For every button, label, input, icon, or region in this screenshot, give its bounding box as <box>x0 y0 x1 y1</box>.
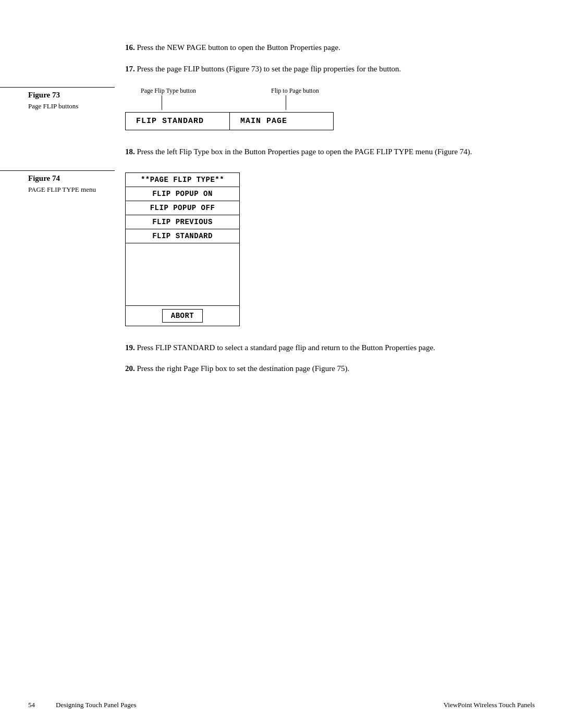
step-17-row: 17. Press the page FLIP buttons (Figure … <box>0 63 563 75</box>
callout-right-line <box>286 95 286 110</box>
step-17-text: 17. Press the page FLIP buttons (Figure … <box>125 63 521 75</box>
figure-73-right: Page Flip Type button Flip to Page butto… <box>115 87 563 130</box>
menu-item-flip-previous[interactable]: FLIP PREVIOUS <box>126 215 239 229</box>
figure-73-caption: Page FLIP buttons <box>28 102 78 110</box>
step-18-text: 18. Press the left Flip Type box in the … <box>125 146 521 158</box>
step-19-body: Press FLIP STANDARD to select a standard… <box>137 343 435 352</box>
step-16-row: 16. Press the NEW PAGE button to open th… <box>0 42 563 54</box>
menu-item-flip-popup-off[interactable]: FLIP POPUP OFF <box>126 201 239 215</box>
step-19-number: 19. <box>125 343 135 352</box>
footer-left: 54 Designing Touch Panel Pages <box>28 701 136 709</box>
figure-74-right: **PAGE FLIP TYPE** FLIP POPUP ON FLIP PO… <box>115 170 563 326</box>
step-20-number: 20. <box>125 364 135 373</box>
step-19-row: 19. Press FLIP STANDARD to select a stan… <box>0 342 563 354</box>
menu-spacer <box>126 243 239 306</box>
step-18-right: 18. Press the left Flip Type box in the … <box>115 146 563 158</box>
step-20-left <box>0 363 115 375</box>
step-19-right: 19. Press FLIP STANDARD to select a stan… <box>115 342 563 354</box>
figure-74-caption: PAGE FLIP TYPE menu <box>28 186 96 193</box>
footer-left-text: Designing Touch Panel Pages <box>56 701 136 709</box>
step-17-right: 17. Press the page FLIP buttons (Figure … <box>115 63 563 75</box>
figure-73-label: Figure 73 <box>28 91 109 100</box>
step-16-left <box>0 42 115 54</box>
step-17-body: Press the page FLIP buttons (Figure 73) … <box>137 65 401 73</box>
footer-right-text: ViewPoint Wireless Touch Panels <box>444 701 535 709</box>
abort-button[interactable]: ABORT <box>162 309 203 323</box>
callout-left-text: Page Flip Type button <box>141 87 196 95</box>
step-20-text: 20. Press the right Page Flip box to set… <box>125 363 521 375</box>
page-number: 54 <box>28 701 35 709</box>
step-17-left <box>0 63 115 75</box>
step-18-left <box>0 146 115 158</box>
menu-item-flip-standard[interactable]: FLIP STANDARD <box>126 229 239 243</box>
menu-item-flip-popup-on[interactable]: FLIP POPUP ON <box>126 187 239 201</box>
figure-74-label: Figure 74 <box>28 174 109 183</box>
step-20-body: Press the right Page Flip box to set the… <box>137 364 350 373</box>
figure-73-left: Figure 73 Page FLIP buttons <box>0 87 115 110</box>
step-17-number: 17. <box>125 65 135 73</box>
step-16-right: 16. Press the NEW PAGE button to open th… <box>115 42 563 54</box>
flip-mainpage-button[interactable]: MAIN PAGE <box>229 112 334 130</box>
flip-standard-button[interactable]: FLIP STANDARD <box>125 112 229 130</box>
menu-item-header[interactable]: **PAGE FLIP TYPE** <box>126 173 239 187</box>
page: 16. Press the NEW PAGE button to open th… <box>0 0 563 728</box>
figure-74-left: Figure 74 PAGE FLIP TYPE menu <box>0 170 115 194</box>
flip-buttons-row: FLIP STANDARD MAIN PAGE <box>125 112 521 130</box>
step-16-body: Press the NEW PAGE button to open the Bu… <box>137 43 340 52</box>
figure-74-section: Figure 74 PAGE FLIP TYPE menu **PAGE FLI… <box>0 170 563 326</box>
step-18-number: 18. <box>125 147 135 156</box>
step-19-left <box>0 342 115 354</box>
step-18-body: Press the left Flip Type box in the Butt… <box>137 147 472 156</box>
callout-right-text: Flip to Page button <box>271 87 319 95</box>
page-flip-type-menu: **PAGE FLIP TYPE** FLIP POPUP ON FLIP PO… <box>125 172 240 326</box>
step-19-text: 19. Press FLIP STANDARD to select a stan… <box>125 342 521 354</box>
figure-73-callouts: Page Flip Type button Flip to Page butto… <box>125 87 521 110</box>
figure-73-section: Figure 73 Page FLIP buttons Page Flip Ty… <box>0 87 563 130</box>
step-20-row: 20. Press the right Page Flip box to set… <box>0 363 563 375</box>
menu-abort-area: ABORT <box>126 306 239 326</box>
step-16-text: 16. Press the NEW PAGE button to open th… <box>125 42 521 54</box>
step-18-row: 18. Press the left Flip Type box in the … <box>0 146 563 158</box>
step-16-number: 16. <box>125 43 135 52</box>
footer: 54 Designing Touch Panel Pages ViewPoint… <box>0 701 563 709</box>
callout-left-line <box>162 95 162 110</box>
step-20-right: 20. Press the right Page Flip box to set… <box>115 363 563 375</box>
